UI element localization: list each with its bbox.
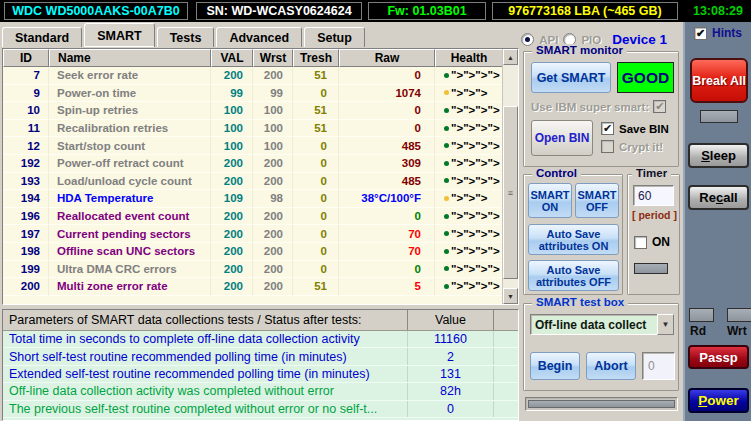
param-label: Off-line data collection activity was co… — [3, 383, 408, 399]
attr-health-dots: ">">">"> — [435, 225, 502, 243]
param-row[interactable]: Extended self-test routine recommended p… — [3, 366, 518, 383]
smart-attribute-row[interactable]: 192Power-off retract count2002000309">">… — [3, 155, 502, 173]
param-value: 82h — [408, 383, 494, 399]
attr-raw: 70 — [339, 225, 435, 243]
attr-wrst: 200 — [253, 278, 293, 296]
test-counter-field[interactable]: 0 — [642, 352, 675, 380]
header-val[interactable]: VAL — [211, 49, 253, 67]
attr-health-dots: ">">">"> — [435, 261, 502, 279]
attr-val: 100 — [211, 137, 253, 155]
power-button[interactable]: Power — [688, 388, 749, 413]
test-select-dropdown-icon[interactable]: ▼ — [657, 314, 674, 335]
save-bin-checkbox[interactable]: ✔ — [601, 122, 614, 135]
abort-button[interactable]: Abort — [586, 352, 636, 380]
header-raw[interactable]: Raw — [339, 49, 435, 67]
smart-status-badge: GOOD — [617, 62, 674, 93]
smart-attribute-row[interactable]: 194HDA Temperature10998038°C/100°F">">"> — [3, 190, 502, 208]
attr-tresh: 0 — [293, 137, 339, 155]
attr-name: Load/unload cycle count — [49, 173, 211, 191]
header-id[interactable]: ID — [3, 49, 49, 67]
sleep-button[interactable]: Sleep — [688, 143, 749, 168]
smart-attribute-row[interactable]: 7Seek error rate200200510">">">"> — [3, 67, 502, 85]
attr-wrst: 100 — [253, 120, 293, 138]
clock: 13:08:29 — [689, 2, 747, 20]
attr-name: Multi zone error rate — [49, 278, 211, 296]
attr-raw: 70 — [339, 243, 435, 261]
header-tresh[interactable]: Tresh — [293, 49, 339, 67]
attr-id: 10 — [3, 102, 49, 120]
write-led — [727, 308, 751, 322]
attr-health-dots: ">">"> — [435, 85, 502, 103]
param-row[interactable]: Off-line data collection activity was co… — [3, 383, 518, 400]
test-select[interactable]: Off-line data collect ▼ — [530, 314, 674, 335]
params-header-row: Parameters of SMART data collections tes… — [3, 310, 518, 331]
tab-standard[interactable]: Standard — [2, 27, 82, 47]
param-label: Total time in seconds to complete off-li… — [3, 331, 408, 347]
attr-raw: 309 — [339, 155, 435, 173]
attr-raw: 0 — [339, 67, 435, 85]
header-wrst[interactable]: Wrst — [253, 49, 293, 67]
attr-id: 198 — [3, 243, 49, 261]
smart-attribute-row[interactable]: 10Spin-up retries100100510">">">"> — [3, 102, 502, 120]
tab-setup[interactable]: Setup — [304, 27, 365, 47]
tab-advanced[interactable]: Advanced — [216, 27, 302, 47]
auto-save-on-button[interactable]: Auto Save attributes ON — [528, 224, 619, 255]
smart-on-button[interactable]: SMART ON — [528, 183, 572, 218]
param-row[interactable]: Total time in seconds to complete off-li… — [3, 331, 518, 348]
attr-tresh: 0 — [293, 225, 339, 243]
test-progress-bar — [525, 397, 678, 411]
smart-attribute-row[interactable]: 197Current pending sectors200200070">">"… — [3, 225, 502, 243]
get-smart-button[interactable]: Get SMART — [531, 62, 611, 93]
smart-attribute-row[interactable]: 198Offline scan UNC sectors200200070">">… — [3, 243, 502, 261]
begin-button[interactable]: Begin — [530, 352, 580, 380]
attr-raw: 1074 — [339, 85, 435, 103]
attr-val: 200 — [211, 208, 253, 226]
recall-button[interactable]: Recall — [688, 185, 749, 210]
timer-period-input[interactable]: 60 — [633, 185, 674, 206]
header-health[interactable]: Health — [435, 49, 502, 67]
smart-attribute-row[interactable]: 11Recalibration retries100100510">">">"> — [3, 120, 502, 138]
smart-attribute-row[interactable]: 200Multi zone error rate200200515">">">"… — [3, 278, 502, 296]
break-all-button[interactable]: Break All — [690, 58, 748, 103]
save-bin-row: ✔ Save BIN — [601, 122, 669, 135]
attr-val: 200 — [211, 155, 253, 173]
attr-wrst: 200 — [253, 173, 293, 191]
attr-val: 200 — [211, 67, 253, 85]
header-name[interactable]: Name — [49, 49, 211, 67]
smart-off-button[interactable]: SMART OFF — [575, 183, 619, 218]
params-header-value: Value — [408, 310, 494, 330]
attr-id: 12 — [3, 137, 49, 155]
hints-row: ✔ Hints — [694, 26, 742, 40]
tab-smart[interactable]: SMART — [84, 23, 154, 47]
tab-tests[interactable]: Tests — [157, 27, 215, 47]
smart-attribute-row[interactable]: 196Reallocated event count20020000">">">… — [3, 208, 502, 226]
attr-wrst: 200 — [253, 208, 293, 226]
test-select-value[interactable]: Off-line data collect — [530, 314, 657, 335]
param-label: The previous self-test routine completed… — [3, 401, 408, 417]
smart-attribute-row[interactable]: 12Start/stop count1001000485">">">"> — [3, 137, 502, 155]
attr-health-dots: ">">">"> — [435, 120, 502, 138]
smart-table-header: ID Name VAL Wrst Tresh Raw Health — [3, 49, 502, 67]
hints-checkbox[interactable]: ✔ — [694, 27, 707, 40]
scroll-up-icon[interactable]: ▲ — [503, 49, 518, 65]
param-value: 11160 — [408, 331, 494, 347]
attr-name: Power-on time — [49, 85, 211, 103]
smart-attribute-row[interactable]: 199Ultra DMA CRC errors20020000">">">"> — [3, 261, 502, 279]
save-bin-label: Save BIN — [619, 123, 669, 135]
smart-attribute-row[interactable]: 9Power-on time999901074">">"> — [3, 85, 502, 103]
param-label: Extended self-test routine recommended p… — [3, 366, 408, 382]
break-led — [700, 110, 738, 123]
smart-attribute-row[interactable]: 193Load/unload cycle count2002000485">">… — [3, 173, 502, 191]
attr-health-dots: ">">">"> — [435, 137, 502, 155]
auto-save-off-button[interactable]: Auto Save attributes OFF — [528, 260, 619, 291]
table-scrollbar[interactable]: ▲ ≡ ▼ — [502, 49, 518, 304]
param-row[interactable]: Short self-test routine recommended poll… — [3, 348, 518, 365]
passp-button[interactable]: Passp — [688, 345, 749, 369]
open-bin-button[interactable]: Open BIN — [531, 120, 593, 156]
scroll-down-icon[interactable]: ▼ — [503, 288, 518, 304]
scrollbar-thumb[interactable]: ≡ — [503, 106, 518, 279]
read-led — [689, 308, 714, 322]
scrollbar-track[interactable]: ≡ — [503, 65, 518, 288]
param-row[interactable]: The previous self-test routine completed… — [3, 401, 518, 418]
timer-on-checkbox[interactable] — [634, 236, 647, 249]
